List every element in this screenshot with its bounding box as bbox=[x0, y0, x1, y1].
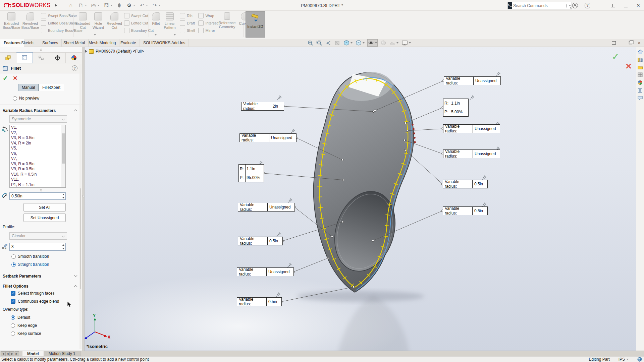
doc-restore-icon[interactable] bbox=[629, 41, 632, 44]
list-item[interactable]: V8, R = 0.5in bbox=[10, 162, 65, 167]
first-tab-button[interactable]: |◀ bbox=[1, 351, 5, 356]
view-orientation-button[interactable] bbox=[343, 39, 353, 47]
confirmation-cancel-button[interactable]: ✕ bbox=[625, 62, 632, 71]
save-button[interactable]: 🖫 bbox=[102, 1, 113, 9]
list-item[interactable]: V2, bbox=[10, 130, 65, 136]
forum-tab-icon[interactable] bbox=[638, 96, 643, 101]
selected-edge-yellow[interactable] bbox=[319, 78, 408, 287]
ok-button[interactable]: ✓ bbox=[3, 74, 8, 82]
extruded-boss-button[interactable]: Extruded Boss/Base bbox=[2, 11, 21, 29]
overflow-default-radio[interactable] bbox=[11, 315, 15, 320]
graphics-area[interactable]: Y X Z PM009670 (Default) <Full> ✓ ✕ Vari… bbox=[85, 47, 636, 351]
tab-solidworks-addins[interactable]: SOLIDWORKS Add-Ins bbox=[140, 39, 189, 47]
radius-position-callout[interactable]: R:P: 1.1in5.00% bbox=[443, 99, 469, 117]
callout-value[interactable]: Unassigned bbox=[473, 150, 500, 158]
zoom-to-fit-button[interactable] bbox=[307, 39, 314, 47]
options-button[interactable]: ⚙ bbox=[125, 1, 136, 9]
callout-value[interactable]: Unassigned bbox=[474, 77, 500, 85]
vertex-list[interactable]: V1, V2, V3, R = 0.5in V4, R = 2in V5, V6… bbox=[9, 125, 66, 188]
doc-minimize-icon[interactable]: – bbox=[621, 41, 624, 45]
list-item[interactable]: V3, R = 0.5in bbox=[10, 135, 65, 141]
help-icon[interactable]: ? bbox=[585, 3, 590, 8]
tab-evaluate[interactable]: Evaluate bbox=[117, 39, 140, 47]
extruded-cut-button[interactable]: Extruded Cut bbox=[75, 11, 91, 29]
next-tab-button[interactable]: ▶ bbox=[10, 351, 14, 356]
setback-parameters-header[interactable]: Setback Parameters bbox=[0, 272, 82, 280]
list-scrollbar[interactable] bbox=[61, 125, 65, 187]
pattern-dropdown-caret[interactable] bbox=[174, 34, 176, 36]
variable-radius-parameters-header[interactable]: Variable Radius Parameters bbox=[0, 107, 82, 115]
continuous-edge-blend-checkbox[interactable]: ✓ bbox=[11, 299, 15, 304]
lofted-cut-button[interactable]: Lofted Cut bbox=[124, 20, 154, 26]
tab-mesh-modeling[interactable]: Mesh Modeling bbox=[85, 39, 119, 47]
split-window-button[interactable] bbox=[610, 2, 616, 8]
variable-radius-callout[interactable]: Variable radius:Unassigned bbox=[237, 267, 294, 276]
tab-display-manager[interactable] bbox=[66, 52, 82, 63]
list-item[interactable]: V7, bbox=[10, 156, 65, 162]
callout-value[interactable]: 0.5in bbox=[473, 180, 487, 188]
panel-scrollbar[interactable] bbox=[79, 64, 82, 349]
menu-flyout-arrow[interactable] bbox=[55, 4, 57, 7]
scene-caret[interactable] bbox=[396, 42, 398, 44]
display-style-button[interactable] bbox=[355, 39, 365, 47]
list-resize-handle[interactable] bbox=[40, 189, 42, 191]
search-dropdown-caret[interactable] bbox=[569, 5, 571, 6]
radius-value[interactable]: 1.1in bbox=[246, 165, 264, 173]
tab-configuration-manager[interactable] bbox=[33, 52, 49, 63]
apply-scene-button[interactable] bbox=[389, 39, 399, 47]
callout-value[interactable]: Unassigned bbox=[267, 268, 293, 276]
callout-value[interactable]: 0.5in bbox=[473, 207, 487, 215]
set-unassigned-button[interactable]: Set Unassigned bbox=[23, 214, 66, 222]
search-commands-box[interactable]: >_ bbox=[507, 2, 572, 9]
tab-surfaces[interactable]: Surfaces bbox=[39, 39, 62, 47]
variable-radius-callout[interactable]: Variable radius:2in bbox=[241, 102, 284, 111]
position-value[interactable]: 5.00% bbox=[450, 108, 468, 116]
panel-splitter[interactable] bbox=[82, 47, 85, 351]
shell-button[interactable]: Shell bbox=[180, 28, 195, 33]
reference-geometry-button[interactable]: Reference Geometry bbox=[217, 11, 237, 29]
tab-propertymanager[interactable] bbox=[16, 52, 33, 63]
minimize-button[interactable]: – bbox=[597, 2, 603, 8]
view-palette-icon[interactable] bbox=[638, 72, 643, 77]
no-preview-radio[interactable] bbox=[13, 96, 17, 101]
home-tab-icon[interactable] bbox=[638, 50, 643, 54]
dock-pane-icon[interactable] bbox=[612, 41, 616, 45]
hide-show-caret[interactable] bbox=[375, 42, 377, 44]
variable-radius-callout[interactable]: Variable radius:0.5in bbox=[238, 237, 283, 245]
appearances-scenes-icon[interactable] bbox=[638, 80, 643, 85]
panel-help-icon[interactable]: ? bbox=[72, 65, 77, 71]
variable-radius-callout[interactable]: Variable radius:0.5in bbox=[443, 206, 488, 215]
tab-featuremanager-tree[interactable] bbox=[0, 52, 16, 63]
undo-button[interactable]: ↶ bbox=[138, 1, 149, 9]
variable-radius-callout[interactable]: Variable radius:Unassigned bbox=[443, 149, 500, 158]
list-item[interactable]: V11, bbox=[10, 177, 65, 182]
set-all-button[interactable]: Set All bbox=[23, 203, 66, 212]
fillet-button[interactable]: Fillet bbox=[150, 11, 162, 25]
3dexperience-button[interactable]: ⬮ bbox=[115, 1, 123, 9]
manual-tab[interactable]: Manual bbox=[18, 84, 39, 91]
motion-study-tab[interactable]: Motion Study 1 bbox=[44, 351, 80, 356]
custom-properties-icon[interactable] bbox=[638, 88, 643, 93]
part-body[interactable] bbox=[314, 73, 414, 292]
smooth-transition-radio[interactable] bbox=[11, 254, 16, 259]
tree-expand-icon[interactable] bbox=[85, 50, 87, 53]
instance-count-input[interactable] bbox=[10, 243, 65, 250]
user-account-icon[interactable] bbox=[572, 3, 578, 8]
filletxpert-tab[interactable]: FilletXpert bbox=[39, 84, 64, 91]
flyout-feature-tree[interactable]: PM009670 (Default) <Full> bbox=[85, 49, 144, 54]
callout-value[interactable]: 0.5in bbox=[268, 237, 282, 245]
display-style-caret[interactable] bbox=[363, 42, 365, 44]
unit-system-selector[interactable]: IPS bbox=[619, 357, 629, 362]
radius-spinner[interactable] bbox=[61, 193, 65, 199]
draft-button[interactable]: Draft bbox=[180, 20, 195, 26]
instant3d-button[interactable]: Instant3D bbox=[246, 11, 265, 38]
keep-edge-radio[interactable] bbox=[11, 323, 15, 328]
list-item[interactable]: V9, R = 0.5in bbox=[10, 167, 65, 172]
boundary-cut-button[interactable]: Boundary Cut bbox=[124, 28, 154, 33]
close-button[interactable]: × bbox=[635, 2, 641, 8]
profile-dropdown[interactable]: Circular bbox=[9, 232, 67, 240]
model-control-points[interactable] bbox=[327, 110, 408, 288]
prev-tab-button[interactable]: ◀ bbox=[5, 351, 10, 356]
tab-sheet-metal[interactable]: Sheet Metal bbox=[60, 39, 89, 47]
globe-icon[interactable] bbox=[637, 357, 642, 362]
